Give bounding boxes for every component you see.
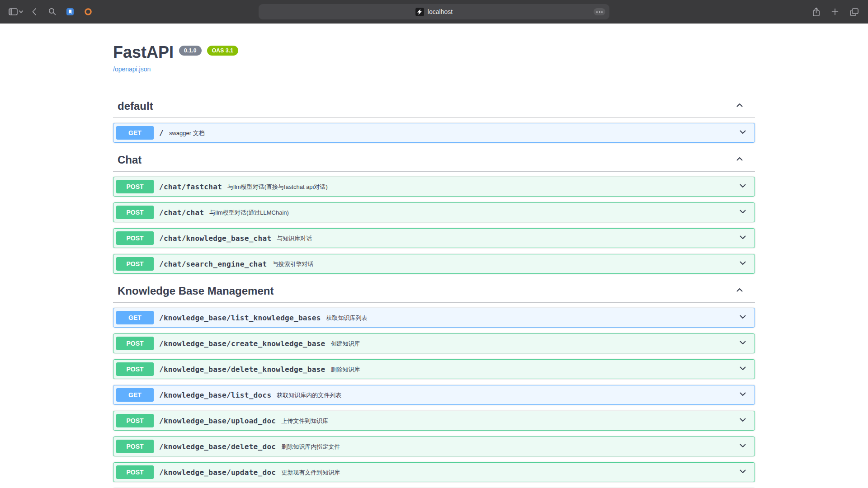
operation-description: 更新现有文件到知识库	[281, 468, 730, 477]
api-section: default GET / swagger 文档	[113, 95, 755, 143]
operation-row[interactable]: POST /knowledge_base/delete_knowledge_ba…	[113, 359, 755, 379]
method-badge: POST	[116, 440, 154, 453]
api-section: Chat POST /chat/fastchat 与llm模型对话(直接与fas…	[113, 149, 755, 274]
operation-description: 与llm模型对话(通过LLMChain)	[209, 208, 730, 217]
operation-row[interactable]: POST /knowledge_base/delete_doc 删除知识库内指定…	[113, 436, 755, 456]
operation-path: /chat/fastchat	[159, 183, 222, 191]
section-title: default	[118, 99, 735, 113]
operations-list: GET / swagger 文档	[113, 123, 755, 143]
operation-summary[interactable]: POST /chat/fastchat 与llm模型对话(直接与fastchat…	[113, 177, 755, 196]
page-options-button[interactable]	[594, 8, 605, 15]
sidebar-toggle-button[interactable]	[8, 5, 24, 19]
share-button[interactable]	[808, 5, 824, 19]
address-bar[interactable]: localhost	[259, 4, 609, 19]
new-tab-button[interactable]	[827, 5, 843, 19]
swagger-page: FastAPI 0.1.0 OAS 3.1 /openapi.json defa…	[113, 23, 755, 488]
operation-row[interactable]: POST /chat/chat 与llm模型对话(通过LLMChain)	[113, 202, 755, 222]
chevron-down-icon[interactable]	[736, 258, 750, 269]
operation-path: /knowledge_base/create_knowledge_base	[159, 339, 326, 348]
chevron-down-icon[interactable]	[736, 338, 750, 349]
method-badge: POST	[116, 362, 154, 376]
operation-path: /chat/chat	[159, 208, 204, 217]
sections: default GET / swagger 文档 Chat POST /ch	[113, 95, 755, 488]
operation-row[interactable]: GET /knowledge_base/list_docs 获取知识库内的文件列…	[113, 385, 755, 405]
operation-description: 创建知识库	[331, 339, 730, 348]
oas-badge: OAS 3.1	[207, 46, 238, 56]
operation-summary[interactable]: POST /chat/search_engine_chat 与搜索引擎对话	[113, 254, 755, 273]
chevron-down-icon[interactable]	[736, 467, 750, 478]
operation-summary[interactable]: POST /knowledge_base/create_knowledge_ba…	[113, 334, 755, 353]
chevron-down-icon[interactable]	[736, 364, 750, 375]
operation-summary[interactable]: POST /knowledge_base/upload_doc 上传文件到知识库	[113, 411, 755, 430]
operation-summary[interactable]: POST /chat/knowledge_base_chat 与知识库对话	[113, 229, 755, 248]
operation-path: /knowledge_base/list_knowledge_bases	[159, 314, 321, 322]
chevron-down-icon[interactable]	[736, 441, 750, 452]
operation-description: 获取知识库内的文件列表	[277, 391, 730, 399]
method-badge: GET	[116, 388, 154, 402]
operation-summary[interactable]: GET / swagger 文档	[113, 123, 755, 142]
operation-row[interactable]: GET /knowledge_base/list_knowledge_bases…	[113, 308, 755, 328]
operation-path: /knowledge_base/list_docs	[159, 391, 271, 399]
chevron-down-icon[interactable]	[736, 312, 750, 323]
operation-description: 获取知识库列表	[326, 314, 730, 322]
operation-row[interactable]: POST /chat/knowledge_base_chat 与知识库对话	[113, 228, 755, 248]
chevron-down-icon[interactable]	[736, 415, 750, 426]
method-badge: POST	[116, 414, 154, 427]
tabs-icon	[850, 8, 859, 16]
operation-path: /knowledge_base/delete_knowledge_base	[159, 365, 326, 374]
section-header[interactable]: default	[113, 95, 755, 118]
operation-row[interactable]: POST /knowledge_base/upload_doc 上传文件到知识库	[113, 411, 755, 431]
operation-summary[interactable]: GET /knowledge_base/list_docs 获取知识库内的文件列…	[113, 385, 755, 404]
operation-path: /knowledge_base/delete_doc	[159, 442, 276, 451]
section-header[interactable]: Knowledge Base Management	[113, 280, 755, 303]
operation-path: /chat/search_engine_chat	[159, 260, 267, 268]
method-badge: POST	[116, 337, 154, 350]
operation-summary[interactable]: POST /chat/chat 与llm模型对话(通过LLMChain)	[113, 203, 755, 222]
method-badge: GET	[116, 126, 154, 140]
toolbar-left-group	[8, 5, 96, 19]
operation-description: 删除知识库	[331, 365, 730, 374]
operation-row[interactable]: POST /chat/fastchat 与llm模型对话(直接与fastchat…	[113, 177, 755, 197]
chevron-down-icon[interactable]	[736, 389, 750, 400]
chevron-up-icon[interactable]	[735, 101, 744, 112]
chevron-down-icon[interactable]	[736, 233, 750, 244]
ellipsis-icon	[596, 11, 598, 13]
openapi-link[interactable]: /openapi.json	[113, 66, 151, 73]
extension-bookmark-button[interactable]	[62, 5, 78, 19]
operation-description: 与llm模型对话(直接与fastchat api对话)	[227, 183, 730, 191]
bookmark-icon	[66, 8, 74, 16]
toolbar-right-group	[808, 0, 862, 23]
site-favicon-icon	[415, 8, 424, 16]
operation-summary[interactable]: POST /knowledge_base/delete_knowledge_ba…	[113, 360, 755, 379]
method-badge: POST	[116, 180, 154, 193]
operation-row[interactable]: POST /knowledge_base/create_knowledge_ba…	[113, 333, 755, 353]
sidebar-icon	[9, 8, 18, 15]
chevron-down-icon[interactable]	[736, 127, 750, 138]
chevron-down-icon	[19, 10, 23, 13]
record-icon	[84, 8, 92, 16]
share-icon	[812, 7, 820, 17]
extension-record-button[interactable]	[80, 5, 96, 19]
operation-description: 与搜索引擎对话	[272, 260, 730, 268]
operation-summary[interactable]: GET /knowledge_base/list_knowledge_bases…	[113, 308, 755, 327]
back-button[interactable]	[26, 5, 42, 19]
chevron-up-icon[interactable]	[735, 286, 744, 296]
operation-summary[interactable]: POST /knowledge_base/delete_doc 删除知识库内指定…	[113, 437, 755, 456]
url-text: localhost	[428, 8, 453, 15]
section-header[interactable]: Chat	[113, 149, 755, 172]
chevron-down-icon[interactable]	[736, 207, 750, 218]
operation-row[interactable]: GET / swagger 文档	[113, 123, 755, 143]
method-badge: POST	[116, 465, 154, 479]
search-icon	[48, 8, 56, 15]
operation-description: 上传文件到知识库	[281, 417, 730, 425]
tab-overview-button[interactable]	[846, 5, 862, 19]
method-badge: GET	[116, 311, 154, 324]
api-title-row: FastAPI 0.1.0 OAS 3.1	[113, 43, 755, 61]
chevron-down-icon[interactable]	[736, 181, 750, 192]
operation-row[interactable]: POST /knowledge_base/update_doc 更新现有文件到知…	[113, 462, 755, 482]
back-icon	[32, 8, 37, 16]
search-button[interactable]	[44, 5, 60, 19]
operation-row[interactable]: POST /chat/search_engine_chat 与搜索引擎对话	[113, 254, 755, 274]
operation-summary[interactable]: POST /knowledge_base/update_doc 更新现有文件到知…	[113, 463, 755, 482]
chevron-up-icon[interactable]	[735, 155, 744, 165]
